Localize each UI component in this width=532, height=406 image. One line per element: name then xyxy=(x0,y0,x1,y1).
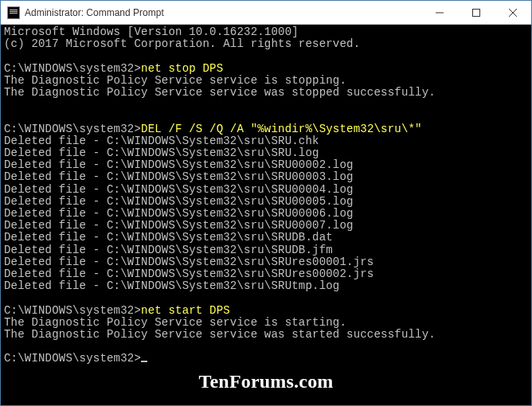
command-start: net start DPS xyxy=(141,304,230,317)
cmd-app-icon xyxy=(7,6,20,19)
console-area[interactable]: Microsoft Windows [Version 10.0.16232.10… xyxy=(1,25,531,405)
window-title: Administrator: Command Prompt xyxy=(25,7,164,18)
watermark-text: TenForums.com xyxy=(198,376,333,388)
command-stop: net stop DPS xyxy=(141,62,223,75)
prompt: C:\WINDOWS\system32> xyxy=(4,304,141,317)
prompt: C:\WINDOWS\system32> xyxy=(4,352,141,365)
titlebar[interactable]: Administrator: Command Prompt xyxy=(1,1,531,25)
deleted-files-block: Deleted file - C:\WINDOWS\System32\sru\S… xyxy=(4,135,374,292)
cursor xyxy=(141,361,147,362)
prompt: C:\WINDOWS\system32> xyxy=(4,123,141,135)
command-prompt-window: Administrator: Command Prompt Microsoft … xyxy=(0,0,532,406)
stop-output-2: The Diagnostic Policy Service service wa… xyxy=(4,86,436,99)
prompt: C:\WINDOWS\system32> xyxy=(4,62,141,75)
start-output-1: The Diagnostic Policy Service service is… xyxy=(4,316,346,329)
close-button[interactable] xyxy=(495,1,531,25)
start-output-2: The Diagnostic Policy Service service wa… xyxy=(4,328,436,341)
header-line-1: Microsoft Windows [Version 10.0.16232.10… xyxy=(4,25,299,38)
maximize-button[interactable] xyxy=(458,1,495,25)
minimize-button[interactable] xyxy=(421,1,458,25)
stop-output-1: The Diagnostic Policy Service service is… xyxy=(4,74,346,87)
command-del: DEL /F /S /Q /A "%windir%\System32\sru\*… xyxy=(141,123,422,135)
svg-rect-1 xyxy=(473,9,480,16)
header-line-2: (c) 2017 Microsoft Corporation. All righ… xyxy=(4,37,360,50)
